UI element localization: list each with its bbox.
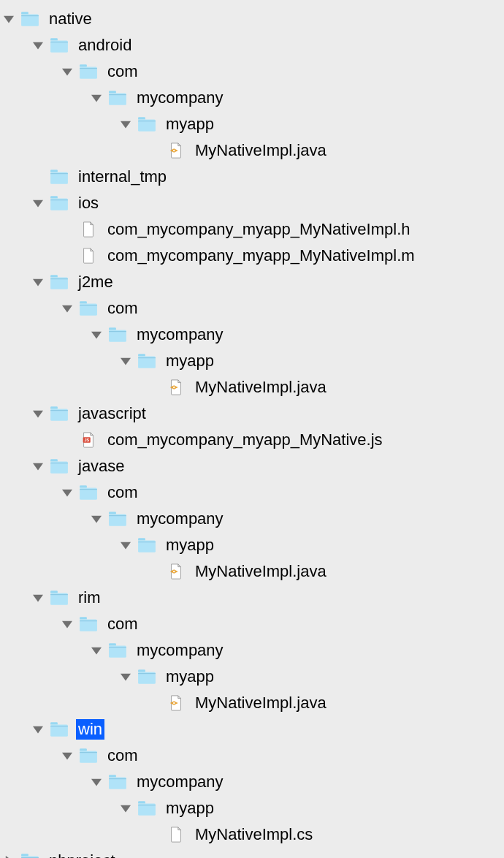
disclosure-triangle-icon[interactable] [0, 852, 18, 858]
tree-item-label[interactable]: MyNativeImpl.java [193, 140, 329, 161]
disclosure-triangle-icon[interactable] [58, 747, 76, 764]
tree-row[interactable]: javascript [0, 400, 504, 427]
tree-row[interactable]: MyNativeImpl.java [0, 137, 504, 164]
disclosure-triangle-icon[interactable] [88, 89, 105, 107]
tree-row[interactable]: myapp [0, 532, 504, 558]
tree-row[interactable]: android [0, 32, 504, 58]
tree-row[interactable]: myapp [0, 664, 504, 690]
disclosure-triangle-icon[interactable] [29, 194, 47, 212]
disclosure-triangle-icon[interactable] [0, 10, 18, 28]
tree-item-label[interactable]: mycompany [134, 509, 226, 529]
tree-item-label[interactable]: ios [76, 193, 101, 213]
disclosure-triangle-icon[interactable] [29, 405, 47, 422]
disclosure-triangle-icon[interactable] [29, 721, 47, 738]
tree-item-label[interactable]: com [105, 745, 140, 766]
folder-icon [50, 588, 69, 607]
tree-item-label[interactable]: javascript [76, 403, 148, 424]
folder-icon [50, 167, 69, 186]
tree-item-label[interactable]: MyNativeImpl.java [193, 561, 329, 582]
file-icon [79, 246, 98, 265]
tree-row[interactable]: rim [0, 585, 504, 611]
tree-item-label[interactable]: MyNativeImpl.cs [193, 824, 315, 845]
tree-row[interactable]: com [0, 58, 504, 85]
tree-item-label[interactable]: javase [76, 456, 127, 477]
tree-item-label[interactable]: MyNativeImpl.java [193, 693, 329, 713]
java-file-icon [167, 694, 186, 713]
tree-row[interactable]: mycompany [0, 85, 504, 111]
tree-item-label[interactable]: com_mycompany_myapp_MyNativeImpl.m [105, 246, 417, 266]
disclosure-triangle-icon[interactable] [88, 642, 105, 659]
disclosure-triangle-icon[interactable] [29, 589, 47, 607]
tree-item-label[interactable]: j2me [76, 272, 115, 292]
folder-icon [50, 457, 69, 476]
tree-row[interactable]: com_mycompany_myapp_MyNativeImpl.h [0, 216, 504, 243]
tree-row[interactable]: mycompany [0, 506, 504, 532]
tree-row[interactable]: internal_tmp [0, 164, 504, 190]
tree-row[interactable]: myapp [0, 795, 504, 821]
disclosure-triangle-icon[interactable] [29, 458, 47, 475]
tree-item-label[interactable]: internal_tmp [76, 167, 169, 187]
tree-item-label[interactable]: com [105, 298, 140, 319]
tree-item-label[interactable]: MyNativeImpl.java [193, 377, 329, 398]
disclosure-triangle-icon[interactable] [117, 800, 134, 817]
disclosure-triangle-icon[interactable] [29, 273, 47, 291]
tree-item-label[interactable]: com [105, 482, 140, 503]
tree-item-label[interactable]: com_mycompany_myapp_MyNativeImpl.h [105, 219, 413, 240]
tree-row[interactable]: myapp [0, 111, 504, 137]
tree-item-label[interactable]: com [105, 61, 140, 82]
tree-row[interactable]: MyNativeImpl.java [0, 374, 504, 400]
tree-row[interactable]: com [0, 743, 504, 769]
tree-row[interactable]: native [0, 6, 504, 32]
disclosure-triangle-icon[interactable] [29, 37, 47, 54]
tree-item-label[interactable]: mycompany [134, 640, 226, 661]
folder-icon [50, 720, 69, 739]
tree-item-label[interactable]: myapp [164, 535, 216, 555]
tree-row[interactable]: com_mycompany_myapp_MyNativeImpl.m [0, 243, 504, 269]
tree-item-label[interactable]: myapp [164, 667, 216, 687]
folder-icon [20, 10, 39, 29]
tree-row[interactable]: com [0, 611, 504, 637]
tree-row[interactable]: mycompany [0, 637, 504, 664]
tree-row[interactable]: com_mycompany_myapp_MyNative.js [0, 427, 504, 453]
disclosure-triangle-icon[interactable] [58, 300, 76, 317]
tree-row[interactable]: j2me [0, 269, 504, 295]
disclosure-triangle-icon[interactable] [88, 326, 105, 343]
tree-row[interactable]: nbproject [0, 848, 504, 858]
tree-row[interactable]: win [0, 716, 504, 743]
tree-item-label[interactable]: myapp [164, 798, 216, 819]
tree-row[interactable]: ios [0, 190, 504, 216]
tree-row[interactable]: com [0, 295, 504, 322]
tree-item-label[interactable]: mycompany [134, 324, 226, 345]
folder-icon [50, 273, 69, 292]
tree-item-label[interactable]: mycompany [134, 772, 226, 792]
disclosure-triangle-icon[interactable] [117, 668, 134, 686]
tree-item-label[interactable]: myapp [164, 114, 216, 134]
disclosure-triangle-icon[interactable] [88, 773, 105, 791]
tree-row[interactable]: MyNativeImpl.cs [0, 821, 504, 848]
disclosure-triangle-icon[interactable] [117, 115, 134, 133]
tree-row[interactable]: com [0, 479, 504, 506]
disclosure-triangle-icon[interactable] [58, 63, 76, 80]
tree-item-label[interactable]: rim [76, 588, 103, 608]
tree-row[interactable]: MyNativeImpl.java [0, 558, 504, 585]
tree-row[interactable]: MyNativeImpl.java [0, 690, 504, 716]
folder-icon [137, 536, 156, 555]
tree-row[interactable]: javase [0, 453, 504, 479]
tree-item-label[interactable]: myapp [164, 351, 216, 371]
tree-item-label[interactable]: nbproject [47, 851, 118, 858]
disclosure-triangle-icon[interactable] [58, 615, 76, 633]
tree-row[interactable]: mycompany [0, 322, 504, 348]
tree-row[interactable]: myapp [0, 348, 504, 374]
disclosure-triangle-icon[interactable] [88, 510, 105, 528]
folder-icon [137, 667, 156, 686]
tree-item-label[interactable]: com_mycompany_myapp_MyNative.js [105, 430, 385, 450]
disclosure-triangle-icon[interactable] [117, 352, 134, 370]
disclosure-triangle-icon[interactable] [58, 484, 76, 501]
tree-row[interactable]: mycompany [0, 769, 504, 795]
tree-item-label[interactable]: native [47, 9, 94, 29]
tree-item-label[interactable]: mycompany [134, 88, 226, 108]
tree-item-label[interactable]: com [105, 614, 140, 634]
disclosure-triangle-icon[interactable] [117, 536, 134, 554]
tree-item-label[interactable]: android [76, 35, 134, 56]
tree-item-label[interactable]: win [76, 719, 104, 740]
